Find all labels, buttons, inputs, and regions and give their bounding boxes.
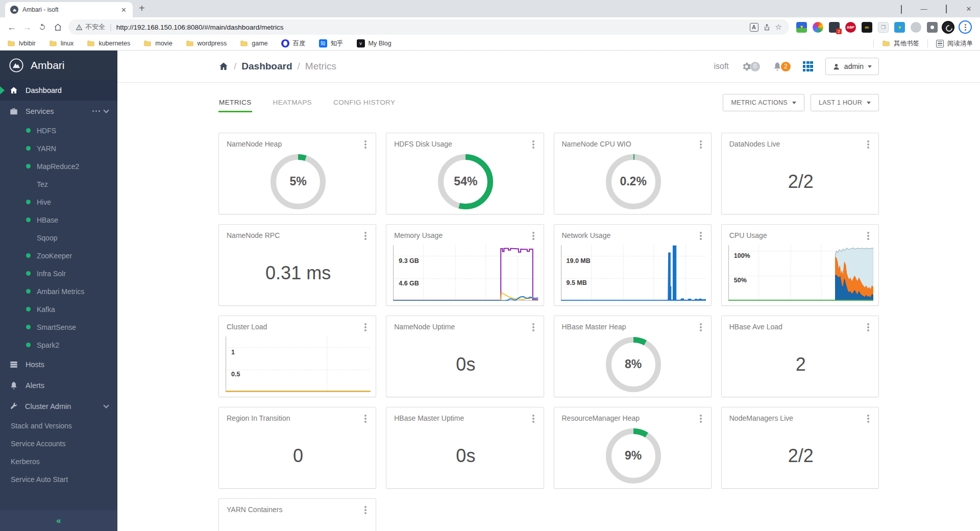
sidebar-service-yarn[interactable]: YARN bbox=[0, 139, 117, 157]
share-icon[interactable] bbox=[763, 23, 771, 31]
sidebar-service-hive[interactable]: Hive bbox=[0, 193, 117, 211]
adblock-extension-icon[interactable]: ABP bbox=[845, 22, 856, 33]
ghost-extension-icon[interactable] bbox=[911, 22, 921, 33]
sidebar-subitem-kerberos[interactable]: Kerberos bbox=[0, 452, 117, 470]
card-menu-icon[interactable] bbox=[360, 505, 371, 515]
tab-config-history[interactable]: CONFIG HISTORY bbox=[333, 94, 396, 112]
sidebar-service-infra-solr[interactable]: Infra Solr bbox=[0, 264, 117, 282]
service-label: Spark2 bbox=[37, 341, 59, 349]
breadcrumb-dashboard[interactable]: Dashboard bbox=[241, 61, 292, 72]
downloader-extension-icon[interactable] bbox=[796, 22, 807, 33]
bookmark-item[interactable]: 知知乎 bbox=[319, 39, 344, 48]
alerts-notifications[interactable]: 2 bbox=[772, 61, 791, 71]
sidebar-service-spark2[interactable]: Spark2 bbox=[0, 336, 117, 354]
card-menu-icon[interactable] bbox=[863, 231, 873, 241]
bookmark-star-icon[interactable]: ☆ bbox=[775, 22, 782, 32]
browser-tab[interactable]: Ambari - isoft ✕ bbox=[5, 2, 133, 17]
bookmark-item[interactable]: kubernetes bbox=[87, 39, 130, 47]
tab-metrics[interactable]: METRICS bbox=[218, 94, 252, 112]
sidebar-service-hbase[interactable]: HBase bbox=[0, 211, 117, 229]
cluster-name: isoft bbox=[714, 62, 728, 71]
bookmark-item[interactable]: linux bbox=[49, 39, 74, 47]
card-menu-icon[interactable] bbox=[696, 322, 706, 332]
ambari-logo-icon bbox=[9, 58, 24, 73]
sidebar-service-hdfs[interactable]: HDFS bbox=[0, 122, 117, 139]
sidebar-item-dashboard[interactable]: Dashboard bbox=[0, 80, 117, 101]
sidebar-service-tez[interactable]: Tez bbox=[0, 175, 117, 193]
sidebar-item-services[interactable]: Services bbox=[0, 101, 117, 122]
sidebar-item-alerts[interactable]: Alerts bbox=[0, 375, 117, 396]
sidebar-service-kafka[interactable]: Kafka bbox=[0, 300, 117, 318]
reading-list[interactable]: 阅读清单 bbox=[936, 39, 973, 48]
bookmark-item[interactable]: lvbibir bbox=[7, 39, 36, 47]
translate-icon[interactable]: A bbox=[750, 23, 758, 32]
card-menu-icon[interactable] bbox=[696, 231, 706, 241]
metric-actions-button[interactable]: METRIC ACTIONS bbox=[723, 94, 804, 111]
card-menu-icon[interactable] bbox=[528, 139, 538, 150]
sidebar-collapse-bar[interactable]: « bbox=[0, 510, 117, 531]
minimize-button[interactable]: — bbox=[913, 5, 935, 13]
new-tab-button[interactable]: + bbox=[139, 3, 145, 14]
tab-heatmaps[interactable]: HEATMAPS bbox=[273, 94, 312, 112]
doc-extension-icon[interactable] bbox=[894, 22, 905, 33]
card-menu-icon[interactable] bbox=[360, 231, 371, 241]
sidebar-item-hosts[interactable]: Hosts bbox=[0, 354, 117, 375]
views-grid-icon[interactable] bbox=[803, 61, 813, 71]
address-bar[interactable]: 不安全 | http://192.168.150.106:8080/#/main… bbox=[68, 19, 789, 35]
maximize-button[interactable] bbox=[935, 5, 958, 13]
sidebar-subitem-service-auto-start[interactable]: Service Auto Start bbox=[0, 470, 117, 488]
bookmark-item[interactable]: vMy Blog bbox=[357, 39, 391, 47]
card-menu-icon[interactable] bbox=[696, 139, 706, 150]
puzzle-extension-icon[interactable] bbox=[927, 22, 938, 33]
time-range-button[interactable]: LAST 1 HOUR bbox=[811, 94, 879, 111]
video-extension-icon[interactable]: 2 bbox=[829, 22, 840, 33]
background-operations[interactable]: 0 bbox=[741, 61, 760, 72]
card-menu-icon[interactable] bbox=[863, 139, 873, 150]
sidebar-service-smartsense[interactable]: SmartSense bbox=[0, 318, 117, 336]
url-text[interactable]: http://192.168.150.106:8080/#/main/dashb… bbox=[116, 23, 284, 31]
profile-avatar[interactable] bbox=[942, 21, 954, 34]
tab-search-icon[interactable] bbox=[890, 5, 913, 13]
home-icon[interactable] bbox=[50, 23, 65, 32]
card-menu-icon[interactable] bbox=[696, 414, 706, 424]
collapse-icon[interactable]: « bbox=[56, 516, 61, 526]
card-menu-icon[interactable] bbox=[360, 414, 371, 424]
infinity-extension-icon[interactable]: ∞ bbox=[862, 22, 872, 33]
card-menu-icon[interactable] bbox=[863, 322, 873, 332]
card-menu-icon[interactable] bbox=[528, 231, 538, 241]
bookmark-item[interactable]: game bbox=[240, 39, 267, 47]
services-more-icon[interactable] bbox=[95, 110, 97, 112]
card-menu-icon[interactable] bbox=[528, 414, 538, 424]
other-bookmarks[interactable]: 其他书签 bbox=[882, 39, 919, 48]
chevron-down-icon[interactable] bbox=[103, 107, 109, 113]
security-warning[interactable]: 不安全 bbox=[76, 22, 105, 32]
reload-icon[interactable] bbox=[35, 23, 50, 31]
colorful-extension-icon[interactable] bbox=[813, 22, 823, 33]
metric-card: Memory Usage9.3 GB4.6 GB bbox=[386, 224, 544, 306]
admin-menu-button[interactable]: admin bbox=[825, 58, 879, 75]
sidebar-item-cluster-admin[interactable]: Cluster Admin bbox=[0, 396, 117, 417]
card-menu-icon[interactable] bbox=[863, 414, 873, 424]
tab-close-icon[interactable]: ✕ bbox=[120, 6, 128, 14]
chevron-down-icon[interactable] bbox=[103, 402, 109, 408]
bookmark-item[interactable]: wordpress bbox=[186, 39, 227, 47]
pages-extension-icon[interactable]: ❐ bbox=[878, 22, 889, 33]
card-menu-icon[interactable] bbox=[360, 139, 371, 150]
bookmark-item[interactable]: movie bbox=[143, 39, 172, 47]
forward-icon[interactable]: → bbox=[19, 22, 35, 33]
back-icon[interactable]: ← bbox=[4, 22, 19, 33]
sidebar-subitem-service-accounts[interactable]: Service Accounts bbox=[0, 435, 117, 452]
sidebar-service-zookeeper[interactable]: ZooKeeper bbox=[0, 247, 117, 264]
browser-menu-icon[interactable] bbox=[959, 20, 972, 34]
close-button[interactable]: ✕ bbox=[958, 5, 980, 13]
home-icon[interactable] bbox=[218, 61, 229, 71]
sidebar-service-ambari-metrics[interactable]: Ambari Metrics bbox=[0, 282, 117, 300]
card-menu-icon[interactable] bbox=[528, 322, 538, 332]
sidebar-service-mapreduce2[interactable]: MapReduce2 bbox=[0, 157, 117, 175]
sidebar-subitem-stack-and-versions[interactable]: Stack and Versions bbox=[0, 417, 117, 435]
bookmark-item[interactable]: 百度 bbox=[281, 39, 306, 48]
sidebar-service-sqoop[interactable]: Sqoop bbox=[0, 229, 117, 247]
card-menu-icon[interactable] bbox=[360, 322, 371, 332]
metric-card: CPU Usage100%50% bbox=[721, 224, 879, 306]
service-status-dot bbox=[26, 343, 31, 347]
